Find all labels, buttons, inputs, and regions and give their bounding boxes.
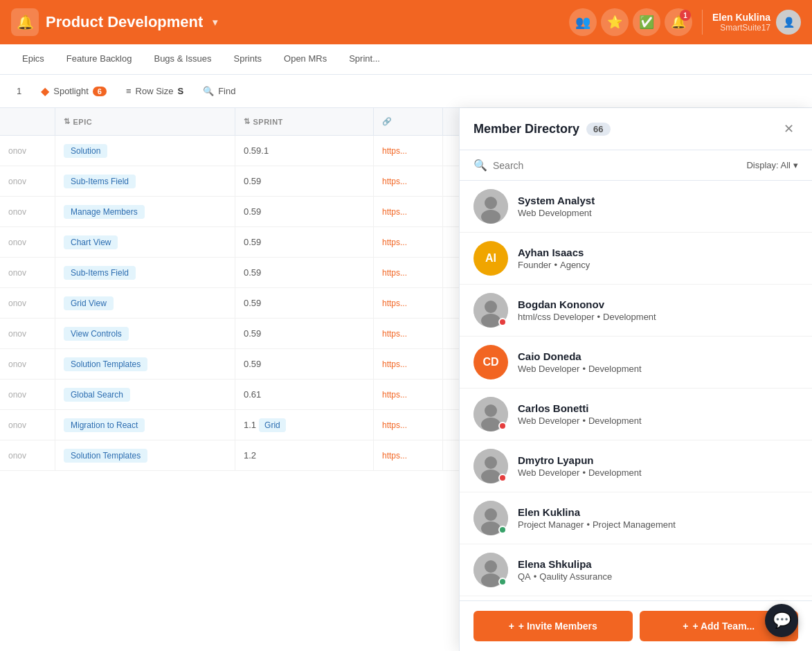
member-dept: Development [588, 467, 642, 478]
search-input[interactable] [493, 160, 738, 171]
member-avatar-wrap: CD [473, 345, 508, 380]
link-icon: 🔗 [382, 117, 393, 126]
sprint-value: 1.1 [244, 420, 256, 430]
svg-point-7 [485, 404, 497, 417]
member-item[interactable]: Elena Shkulipa QA•Qaulity Assurance [460, 544, 812, 596]
panel-header: Member Directory 66 ✕ [460, 108, 812, 150]
member-name: Ayhan Isaacs [518, 247, 798, 258]
team-icon-btn[interactable]: 👥 [569, 8, 597, 36]
td-sprint: 1.2 [235, 440, 374, 470]
row-size-label: Row Size [136, 86, 174, 96]
td-sprint: 1.1 Grid [235, 410, 374, 440]
td-sprint: 0.59.1 [235, 136, 374, 166]
tab-epics[interactable]: Epics [11, 44, 55, 75]
member-role-title: Web Developer [518, 467, 579, 478]
member-item[interactable]: System Analyst Web Development [460, 181, 812, 233]
filter-1[interactable]: 1 [11, 83, 27, 99]
notification-badge: 1 [680, 10, 691, 21]
member-item[interactable]: AI Ayhan Isaacs Founder•Agency [460, 233, 812, 285]
find-btn[interactable]: 🔍 Find [197, 83, 241, 99]
member-item[interactable]: Dmytro Lyapun Web Developer•Development [460, 440, 812, 492]
sprint-extra-tag: Grid [259, 418, 286, 432]
panel-close-button[interactable]: ✕ [779, 119, 798, 139]
td-link[interactable]: https... [374, 319, 443, 348]
epic-tag: Sub-Items Field [64, 266, 136, 280]
tab-open-mrs[interactable]: Open MRs [273, 44, 338, 75]
epic-sort-icon: ⇅ [64, 117, 71, 126]
td-link[interactable]: https... [374, 288, 443, 318]
search-icon: 🔍 [473, 159, 487, 172]
main-content: ⇅ EPIC ⇅ SPRINT 🔗 onov Solution 0.59.1 h… [0, 108, 812, 651]
td-assignee: onov [0, 227, 55, 257]
member-info: Elena Shkulipa QA•Qaulity Assurance [518, 558, 798, 582]
display-filter[interactable]: Display: All ▾ [746, 160, 798, 170]
td-epic: Global Search [55, 380, 235, 409]
td-link[interactable]: https... [374, 166, 443, 196]
tab-bugs-issues[interactable]: Bugs & Issues [143, 44, 222, 75]
member-avatar: AI [473, 241, 508, 276]
svg-point-16 [485, 560, 497, 573]
member-dept: Qaulity Assurance [539, 571, 612, 582]
row-size-btn[interactable]: ≡ Row Size S [120, 83, 189, 99]
member-dept: Agency [560, 260, 590, 270]
td-epic: View Controls [55, 319, 235, 348]
header-divider [702, 10, 703, 35]
toolbar: 1 ◆ Spotlight 6 ≡ Row Size S 🔍 Find [0, 75, 812, 108]
td-epic: Solution Templates [55, 440, 235, 470]
member-item[interactable]: Elen Kuklina Project Manager•Project Man… [460, 492, 812, 544]
notification-icon-btn[interactable]: 🔔 1 [665, 8, 692, 36]
member-item[interactable]: Carlos Bonetti Web Developer•Development [460, 389, 812, 440]
td-assignee: onov [0, 410, 55, 440]
td-link[interactable]: https... [374, 136, 443, 166]
epic-tag: Global Search [64, 388, 130, 402]
member-dept: Development [603, 312, 656, 322]
panel-search-row: 🔍 Display: All ▾ [460, 150, 812, 181]
th-epic: ⇅ EPIC [55, 108, 235, 135]
td-epic: Manage Members [55, 197, 235, 226]
display-filter-label: Display: All [746, 160, 791, 170]
invite-label: + Invite Members [518, 621, 597, 632]
sprint-value: 0.59 [244, 328, 261, 339]
td-sprint: 0.59 [235, 197, 374, 226]
spotlight-count: 6 [93, 87, 107, 96]
member-item[interactable]: Bogdan Kononov html/css Developer•Develo… [460, 285, 812, 337]
app-logo[interactable]: 🔔 Product Development ▾ [11, 8, 569, 36]
td-sprint: 0.59 [235, 227, 374, 257]
sprint-value: 0.59 [244, 176, 261, 186]
epic-tag: Solution Templates [64, 357, 147, 371]
td-link[interactable]: https... [374, 380, 443, 409]
td-sprint: 0.59 [235, 319, 374, 348]
td-link[interactable]: https... [374, 258, 443, 287]
td-link[interactable]: https... [374, 227, 443, 257]
td-link[interactable]: https... [374, 440, 443, 470]
find-icon: 🔍 [203, 86, 214, 96]
td-assignee: onov [0, 166, 55, 196]
tab-sprint-extra[interactable]: Sprint... [338, 44, 391, 75]
td-link[interactable]: https... [374, 410, 443, 440]
status-dot-online [498, 578, 507, 586]
invite-members-button[interactable]: + + Invite Members [473, 611, 633, 641]
member-info: Caio Doneda Web Developer•Development [518, 350, 798, 374]
tab-sprints[interactable]: Sprints [223, 44, 273, 75]
panel-title: Member Directory [473, 122, 579, 136]
member-name: System Analyst [518, 195, 798, 206]
td-link[interactable]: https... [374, 349, 443, 379]
chat-bubble[interactable]: 💬 [765, 604, 798, 637]
user-menu[interactable]: Elen Kuklina SmartSuite17 👤 [712, 10, 801, 35]
member-info: Dmytro Lyapun Web Developer•Development [518, 454, 798, 478]
td-sprint: 0.59 [235, 288, 374, 318]
td-sprint: 0.59 [235, 349, 374, 379]
user-avatar: 👤 [776, 10, 801, 35]
td-link[interactable]: https... [374, 197, 443, 226]
sprint-value: 0.59 [244, 206, 261, 217]
tab-feature-backlog[interactable]: Feature Backlog [55, 44, 143, 75]
spotlight-btn[interactable]: ◆ Spotlight 6 [35, 82, 112, 100]
star-icon-btn[interactable]: ⭐ [601, 8, 629, 36]
member-role: QA•Qaulity Assurance [518, 571, 798, 582]
member-name: Elen Kuklina [518, 506, 798, 518]
check-icon-btn[interactable]: ✅ [633, 8, 660, 36]
svg-point-8 [481, 418, 500, 431]
td-epic: Solution Templates [55, 349, 235, 379]
member-avatar-wrap [473, 293, 508, 328]
member-item[interactable]: CD Caio Doneda Web Developer•Development [460, 337, 812, 389]
